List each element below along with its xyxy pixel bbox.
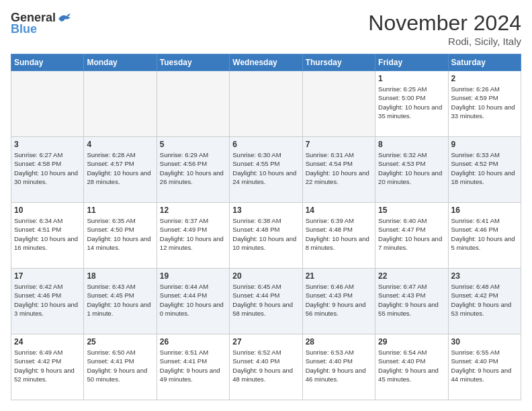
day-info: Sunrise: 6:33 AM Sunset: 4:52 PM Dayligh… [451,150,518,186]
day-number: 24 [14,337,81,347]
day-info: Sunrise: 6:44 AM Sunset: 4:44 PM Dayligh… [160,282,226,318]
weekday-header-tuesday: Tuesday [157,54,229,71]
calendar-cell: 22Sunrise: 6:47 AM Sunset: 4:43 PM Dayli… [375,269,448,334]
calendar-cell: 5Sunrise: 6:29 AM Sunset: 4:56 PM Daylig… [157,137,229,203]
logo-blue: Blue [11,22,37,36]
day-number: 14 [306,205,372,215]
day-info: Sunrise: 6:40 AM Sunset: 4:47 PM Dayligh… [378,216,445,252]
day-number: 26 [160,337,226,347]
day-number: 5 [160,140,226,149]
day-info: Sunrise: 6:39 AM Sunset: 4:48 PM Dayligh… [306,216,372,252]
calendar-cell: 2Sunrise: 6:26 AM Sunset: 4:59 PM Daylig… [448,71,521,137]
day-info: Sunrise: 6:50 AM Sunset: 4:41 PM Dayligh… [87,348,153,383]
day-number: 25 [87,337,153,347]
day-number: 4 [87,140,153,149]
day-info: Sunrise: 6:35 AM Sunset: 4:50 PM Dayligh… [87,216,153,252]
day-number: 10 [14,205,81,215]
day-number: 21 [306,271,372,281]
calendar-cell: 8Sunrise: 6:32 AM Sunset: 4:53 PM Daylig… [375,137,448,203]
calendar-cell: 25Sunrise: 6:50 AM Sunset: 4:41 PM Dayli… [84,334,157,400]
day-info: Sunrise: 6:27 AM Sunset: 4:58 PM Dayligh… [14,150,81,186]
day-number: 19 [160,271,226,281]
calendar-cell: 26Sunrise: 6:51 AM Sunset: 4:41 PM Dayli… [157,334,229,400]
calendar-cell: 11Sunrise: 6:35 AM Sunset: 4:50 PM Dayli… [84,203,157,269]
day-number: 17 [14,271,81,281]
day-info: Sunrise: 6:54 AM Sunset: 4:40 PM Dayligh… [378,348,445,383]
day-info: Sunrise: 6:28 AM Sunset: 4:57 PM Dayligh… [87,150,153,186]
weekday-header-friday: Friday [375,54,448,71]
day-number: 12 [160,205,226,215]
calendar-header: SundayMondayTuesdayWednesdayThursdayFrid… [11,54,521,71]
month-title: November 2024 [368,11,521,36]
calendar-cell: 23Sunrise: 6:48 AM Sunset: 4:42 PM Dayli… [448,269,521,334]
day-info: Sunrise: 6:41 AM Sunset: 4:46 PM Dayligh… [451,216,518,252]
logo-bird-icon [57,12,72,24]
day-number: 9 [451,140,518,149]
calendar-cell [230,71,302,137]
calendar-cell: 1Sunrise: 6:25 AM Sunset: 5:00 PM Daylig… [375,71,448,137]
day-number: 15 [378,205,445,215]
day-info: Sunrise: 6:47 AM Sunset: 4:43 PM Dayligh… [378,282,445,318]
day-info: Sunrise: 6:25 AM Sunset: 5:00 PM Dayligh… [378,85,445,120]
day-number: 20 [232,271,299,281]
day-info: Sunrise: 6:30 AM Sunset: 4:55 PM Dayligh… [232,150,299,186]
weekday-header-thursday: Thursday [302,54,375,71]
header: General Blue November 2024 Rodi, Sicily,… [11,11,521,47]
day-number: 11 [87,205,153,215]
day-info: Sunrise: 6:26 AM Sunset: 4:59 PM Dayligh… [451,85,518,120]
day-number: 1 [378,74,445,83]
day-info: Sunrise: 6:31 AM Sunset: 4:54 PM Dayligh… [306,150,372,186]
weekday-header-sunday: Sunday [11,54,84,71]
day-number: 3 [14,140,81,149]
day-info: Sunrise: 6:43 AM Sunset: 4:45 PM Dayligh… [87,282,153,318]
calendar-week-row: 3Sunrise: 6:27 AM Sunset: 4:58 PM Daylig… [11,137,521,203]
calendar-cell: 17Sunrise: 6:42 AM Sunset: 4:46 PM Dayli… [11,269,84,334]
calendar-cell: 29Sunrise: 6:54 AM Sunset: 4:40 PM Dayli… [375,334,448,400]
day-info: Sunrise: 6:37 AM Sunset: 4:49 PM Dayligh… [160,216,226,252]
calendar-cell: 9Sunrise: 6:33 AM Sunset: 4:52 PM Daylig… [448,137,521,203]
calendar-cell: 18Sunrise: 6:43 AM Sunset: 4:45 PM Dayli… [84,269,157,334]
weekday-header-wednesday: Wednesday [230,54,302,71]
day-info: Sunrise: 6:38 AM Sunset: 4:48 PM Dayligh… [232,216,299,252]
calendar-cell: 30Sunrise: 6:55 AM Sunset: 4:40 PM Dayli… [448,334,521,400]
day-number: 2 [451,74,518,83]
calendar-week-row: 24Sunrise: 6:49 AM Sunset: 4:42 PM Dayli… [11,334,521,400]
calendar-cell: 12Sunrise: 6:37 AM Sunset: 4:49 PM Dayli… [157,203,229,269]
calendar-cell: 28Sunrise: 6:53 AM Sunset: 4:40 PM Dayli… [302,334,375,400]
calendar-cell: 14Sunrise: 6:39 AM Sunset: 4:48 PM Dayli… [302,203,375,269]
day-info: Sunrise: 6:52 AM Sunset: 4:40 PM Dayligh… [232,348,299,383]
day-info: Sunrise: 6:53 AM Sunset: 4:40 PM Dayligh… [306,348,372,383]
day-number: 8 [378,140,445,149]
calendar-cell [157,71,229,137]
calendar-cell: 19Sunrise: 6:44 AM Sunset: 4:44 PM Dayli… [157,269,229,334]
day-number: 27 [232,337,299,347]
calendar-cell: 21Sunrise: 6:46 AM Sunset: 4:43 PM Dayli… [302,269,375,334]
day-number: 23 [451,271,518,281]
weekday-header-monday: Monday [84,54,157,71]
day-number: 30 [451,337,518,347]
page: General Blue November 2024 Rodi, Sicily,… [0,0,532,411]
day-number: 28 [306,337,372,347]
day-number: 13 [232,205,299,215]
calendar-cell: 20Sunrise: 6:45 AM Sunset: 4:44 PM Dayli… [230,269,302,334]
calendar-cell: 10Sunrise: 6:34 AM Sunset: 4:51 PM Dayli… [11,203,84,269]
day-number: 6 [232,140,299,149]
calendar-cell [84,71,157,137]
calendar-cell: 3Sunrise: 6:27 AM Sunset: 4:58 PM Daylig… [11,137,84,203]
calendar-cell: 13Sunrise: 6:38 AM Sunset: 4:48 PM Dayli… [230,203,302,269]
calendar-cell: 7Sunrise: 6:31 AM Sunset: 4:54 PM Daylig… [302,137,375,203]
calendar: SundayMondayTuesdayWednesdayThursdayFrid… [11,54,521,400]
day-info: Sunrise: 6:55 AM Sunset: 4:40 PM Dayligh… [451,348,518,383]
day-number: 18 [87,271,153,281]
calendar-week-row: 1Sunrise: 6:25 AM Sunset: 5:00 PM Daylig… [11,71,521,137]
day-number: 7 [306,140,372,149]
day-number: 16 [451,205,518,215]
day-info: Sunrise: 6:51 AM Sunset: 4:41 PM Dayligh… [160,348,226,383]
location: Rodi, Sicily, Italy [368,36,521,47]
day-info: Sunrise: 6:34 AM Sunset: 4:51 PM Dayligh… [14,216,81,252]
day-info: Sunrise: 6:46 AM Sunset: 4:43 PM Dayligh… [306,282,372,318]
day-number: 29 [378,337,445,347]
calendar-week-row: 10Sunrise: 6:34 AM Sunset: 4:51 PM Dayli… [11,203,521,269]
logo: General Blue [11,11,72,36]
calendar-cell: 24Sunrise: 6:49 AM Sunset: 4:42 PM Dayli… [11,334,84,400]
